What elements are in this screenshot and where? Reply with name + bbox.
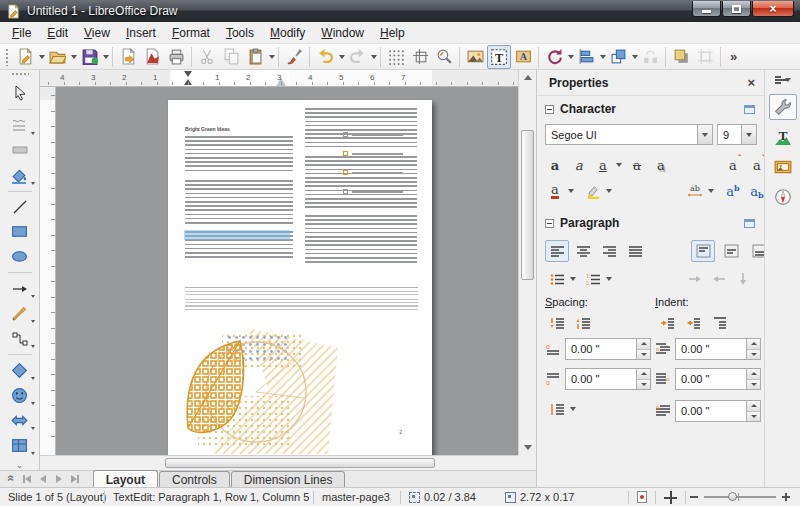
paint-can-tool[interactable] xyxy=(5,164,35,187)
bold-button[interactable]: a xyxy=(543,154,567,176)
navigator-deck-icon[interactable] xyxy=(769,184,797,210)
character-dialog-launcher-icon[interactable] xyxy=(744,105,755,114)
sidebar-menu-icon[interactable] xyxy=(775,76,791,84)
print-button[interactable] xyxy=(164,45,188,69)
undo-button[interactable] xyxy=(313,45,337,69)
align-right-button[interactable] xyxy=(597,240,621,262)
menu-window[interactable]: Window xyxy=(313,23,372,43)
curves-and-polygons-tool[interactable] xyxy=(5,302,35,325)
display-grid-button[interactable] xyxy=(384,45,408,69)
toolbox-grab-handle[interactable] xyxy=(11,72,29,77)
tab-dimension-lines[interactable]: Dimension Lines xyxy=(231,471,346,487)
menu-view[interactable]: View xyxy=(76,23,118,43)
minimize-button[interactable] xyxy=(692,1,721,17)
rectangle-tool[interactable] xyxy=(5,220,35,243)
indent-marker-top[interactable] xyxy=(184,71,192,77)
superscript-button[interactable]: ab xyxy=(721,180,745,202)
vertical-scroll-thumb[interactable] xyxy=(521,130,534,280)
connectors-tool[interactable] xyxy=(5,327,35,350)
toolbar-overflow-button[interactable]: » xyxy=(730,49,737,64)
toolbox-overflow-chevron[interactable]: ⌄ xyxy=(16,460,24,470)
shadow-button[interactable] xyxy=(669,45,693,69)
vertical-ruler[interactable] xyxy=(40,87,56,455)
paste-dropdown-arrow[interactable] xyxy=(269,55,275,59)
drawing-canvas[interactable]: Bright Green Ideas xyxy=(56,87,518,455)
menu-tools[interactable]: Tools xyxy=(218,23,262,43)
ellipse-tool[interactable] xyxy=(5,245,35,268)
align-center-button[interactable] xyxy=(571,240,595,262)
character-collapse-icon[interactable] xyxy=(545,105,554,114)
numbered-list-dropdown[interactable] xyxy=(606,277,612,281)
next-page-button[interactable] xyxy=(52,473,66,485)
document-page[interactable]: Bright Green Ideas xyxy=(168,100,432,455)
save-dropdown-arrow[interactable] xyxy=(103,55,109,59)
menu-format[interactable]: Format xyxy=(164,23,218,43)
tab-layout[interactable]: Layout xyxy=(93,470,158,487)
sidebar-close-icon[interactable]: × xyxy=(747,75,755,90)
hanging-indent-button[interactable] xyxy=(707,312,731,334)
menu-help[interactable]: Help xyxy=(372,23,413,43)
horizontal-scroll-thumb[interactable] xyxy=(165,458,435,468)
open-button[interactable] xyxy=(45,45,69,69)
spacing-above-field[interactable]: 0.00 " xyxy=(565,338,651,360)
indent-first-line-field[interactable]: 0.00 " xyxy=(675,400,761,422)
decrease-spacing-button[interactable] xyxy=(571,312,595,334)
paragraph-dialog-launcher-icon[interactable] xyxy=(744,219,755,228)
increase-spacing-button[interactable] xyxy=(545,312,569,334)
properties-deck-icon[interactable] xyxy=(769,94,797,120)
align-justify-button[interactable] xyxy=(623,240,647,262)
underline-dropdown[interactable] xyxy=(616,163,622,167)
spacing-below-field[interactable]: 0.00 " xyxy=(565,368,651,390)
font-size-combobox[interactable]: 9 xyxy=(717,124,757,145)
spacing-below-stepper[interactable] xyxy=(636,368,651,390)
spacing-above-stepper[interactable] xyxy=(636,338,651,360)
horizontal-ruler[interactable]: 43211234567 xyxy=(40,70,518,87)
paragraph-collapse-icon[interactable] xyxy=(545,219,554,228)
close-button[interactable]: × xyxy=(752,1,794,17)
character-spacing-dropdown[interactable] xyxy=(708,189,714,193)
basic-shapes-tool[interactable] xyxy=(5,359,35,382)
export-pdf-button[interactable] xyxy=(140,45,164,69)
fit-slide-icon[interactable] xyxy=(664,491,677,504)
rotate-button[interactable] xyxy=(542,45,566,69)
italic-button[interactable]: a xyxy=(567,154,591,176)
block-arrows-tool[interactable] xyxy=(5,409,35,432)
scroll-down-arrow[interactable] xyxy=(524,445,532,450)
zoom-button[interactable] xyxy=(432,45,456,69)
align-top-button[interactable] xyxy=(691,240,715,262)
insert-line-tool[interactable] xyxy=(5,195,35,218)
insert-text-box-button[interactable]: T xyxy=(487,45,511,69)
font-size-dropdown[interactable] xyxy=(741,125,756,144)
redo-dropdown-arrow[interactable] xyxy=(371,55,377,59)
indent-first-line-stepper[interactable] xyxy=(746,400,761,422)
select-tool[interactable] xyxy=(5,82,35,105)
increase-indent-button[interactable] xyxy=(655,312,679,334)
flowchart-shapes-tool[interactable] xyxy=(5,434,35,457)
scroll-up-arrow[interactable] xyxy=(524,75,532,80)
menu-modify[interactable]: Modify xyxy=(262,23,313,43)
save-button[interactable] xyxy=(77,45,101,69)
horizontal-scrollbar[interactable] xyxy=(40,455,518,470)
zoom-slider[interactable] xyxy=(690,493,790,501)
hide-tabs-chevron[interactable]: « xyxy=(4,475,18,482)
font-color-dropdown[interactable] xyxy=(568,189,574,193)
new-document-button[interactable] xyxy=(13,45,37,69)
clone-formatting-button[interactable] xyxy=(282,45,306,69)
indent-after-field[interactable]: 0.00 " xyxy=(675,368,761,390)
maximize-button[interactable] xyxy=(722,1,751,17)
menu-edit[interactable]: Edit xyxy=(39,23,76,43)
line-spacing-button[interactable] xyxy=(545,398,569,420)
toolbar-grab-handle[interactable] xyxy=(5,48,10,66)
tab-controls[interactable]: Controls xyxy=(159,471,230,487)
zoom-slider-thumb[interactable] xyxy=(728,492,737,501)
bullet-list-dropdown[interactable] xyxy=(570,277,576,281)
paste-button[interactable] xyxy=(243,45,267,69)
last-page-button[interactable] xyxy=(68,473,82,485)
indent-before-field[interactable]: 0.00 " xyxy=(675,338,761,360)
first-page-button[interactable] xyxy=(20,473,34,485)
line-spacing-dropdown[interactable] xyxy=(570,407,576,411)
font-name-dropdown[interactable] xyxy=(697,125,712,144)
align-left-button[interactable] xyxy=(545,240,569,262)
increase-font-size-button[interactable]: aˆ xyxy=(721,154,745,176)
highlight-color-button[interactable] xyxy=(581,180,605,202)
